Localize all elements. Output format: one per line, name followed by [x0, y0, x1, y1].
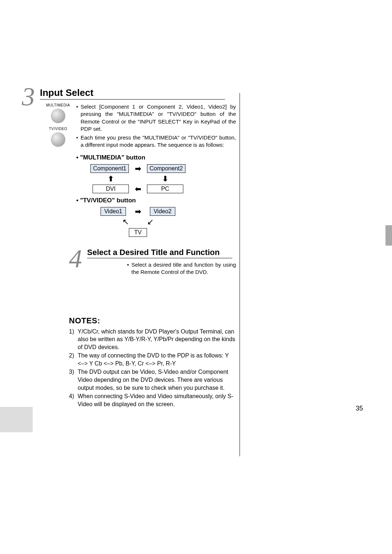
step-3-body: MULTIMEDIA TV/VIDEO • Select [Component … — [40, 103, 236, 150]
remote-buttons-column: MULTIMEDIA TV/VIDEO — [40, 103, 76, 150]
arrow-downleft-icon: ↙ — [147, 217, 154, 227]
note-3: 3) The DVD output can be Video, S-Video … — [69, 368, 236, 392]
diag-video2: Video2 — [150, 207, 175, 216]
arrow-right-icon: ➡ — [132, 207, 143, 216]
note-2-text: The way of connecting the DVD to the PDP… — [78, 352, 236, 367]
step-4: 4 Select a Desired Title and Function • … — [33, 248, 236, 276]
diag-component1: Component1 — [90, 164, 129, 173]
note-1: 1) Y/Cb/Cr, which stands for DVD Player'… — [69, 328, 236, 351]
bullet-icon: • — [76, 103, 81, 133]
diag-video1: Video1 — [101, 207, 126, 216]
vertical-divider — [240, 93, 240, 456]
note-4: 4) When connecting S-Video and Video sim… — [69, 392, 236, 408]
diag-component2: Component2 — [147, 164, 185, 173]
multimedia-label: MULTIMEDIA — [40, 103, 76, 107]
step-4-text: • Select a desired title and function by… — [127, 261, 236, 276]
note-number: 1) — [69, 328, 78, 351]
note-1-text: Y/Cb/Cr, which stands for DVD Player's O… — [78, 328, 236, 351]
diag-dvi: DVI — [93, 185, 129, 193]
multimedia-diagram-label: • "MULTIMEDIA” button — [76, 154, 236, 161]
step-3-title: Input Select — [40, 87, 225, 100]
multimedia-diagram: Component1 ➡ Component2 ⬆ ⬇ DVI ⬅ PC — [80, 164, 196, 193]
tvvideo-button-icon — [51, 132, 65, 147]
step-3: 3 Input Select MULTIMEDIA TV/VIDEO • Sel… — [33, 87, 236, 237]
multimedia-button-icon — [51, 109, 65, 123]
notes-list: 1) Y/Cb/Cr, which stands for DVD Player'… — [69, 328, 236, 408]
diag-tv: TV — [129, 228, 147, 237]
diag-pc: PC — [147, 185, 183, 193]
note-number: 4) — [69, 392, 78, 408]
step3-bullet-2: • Each time you press the "MULTIMEDIA" o… — [76, 134, 236, 149]
step-4-body: Select a desired title and function by u… — [131, 261, 236, 276]
note-3-text: The DVD output can be Video, S-Video and… — [78, 368, 236, 392]
notes-heading: NOTES: — [69, 316, 236, 325]
step-number-4: 4 — [69, 246, 82, 272]
step3-bullet-2-text: Each time you press the "MULTIMEDIA" or … — [81, 134, 236, 149]
step-number-3: 3 — [22, 84, 35, 110]
bullet-icon: • — [127, 261, 131, 276]
arrow-up-icon: ⬆ — [93, 174, 129, 183]
tvvideo-diagram-label: • "TV/VIDEO” button — [76, 197, 236, 204]
arrow-left-icon: ⬅ — [132, 185, 143, 193]
step-3-text: • Select [Component 1 or Component 2, Vi… — [76, 103, 236, 150]
tvvideo-label: TV/VIDEO — [40, 127, 76, 131]
page-number: 35 — [356, 405, 363, 412]
tvvideo-diagram: Video1 ➡ Video2 ↖ ↙ TV — [80, 207, 196, 237]
arrow-upleft-icon: ↖ — [122, 217, 129, 227]
step-4-title: Select a Desired Title and Function — [87, 248, 232, 258]
side-tab — [385, 225, 392, 246]
arrow-down-icon: ⬇ — [147, 174, 183, 183]
note-number: 2) — [69, 352, 78, 367]
arrow-right-icon: ➡ — [132, 164, 143, 173]
note-4-text: When connecting S-Video and Video simult… — [78, 392, 236, 408]
note-number: 3) — [69, 368, 78, 392]
manual-page: 3 Input Select MULTIMEDIA TV/VIDEO • Sel… — [0, 0, 392, 430]
note-2: 2) The way of connecting the DVD to the … — [69, 352, 236, 367]
step3-bullet-1: • Select [Component 1 or Component 2, Vi… — [76, 103, 236, 133]
content-column: 3 Input Select MULTIMEDIA TV/VIDEO • Sel… — [33, 87, 236, 408]
left-gray-band — [0, 407, 33, 432]
bullet-icon: • — [76, 134, 81, 149]
step3-bullet-1-text: Select [Component 1 or Component 2, Vide… — [81, 103, 236, 133]
